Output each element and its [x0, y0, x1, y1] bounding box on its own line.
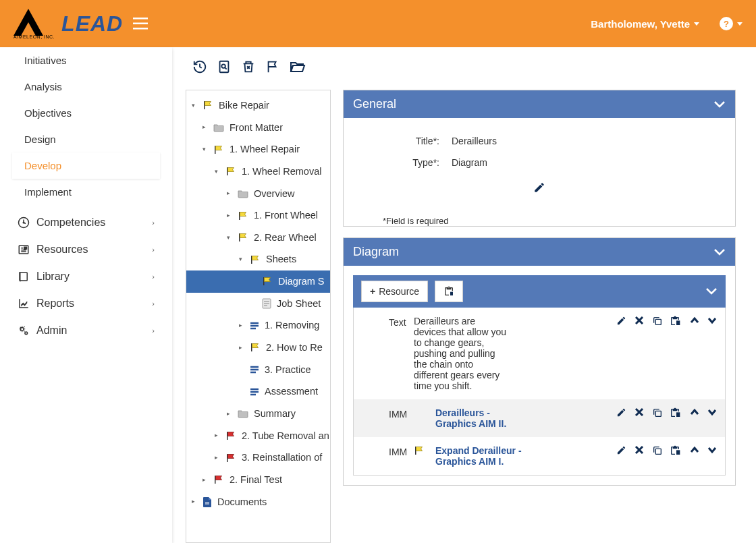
tree-node[interactable]: ▾Sheets [186, 248, 330, 270]
tree-toggle[interactable]: ▾ [227, 233, 234, 243]
tree-label: 1. Front Wheel [254, 207, 318, 224]
nav-section-admin[interactable]: Admin› [12, 317, 160, 344]
resource-content: Derailleurs are devices that allow you t… [414, 316, 508, 391]
history-icon[interactable] [192, 59, 207, 76]
tree-toggle[interactable]: ▸ [239, 320, 246, 331]
move-up-icon[interactable] [690, 316, 699, 326]
nav-item-design[interactable]: Design [12, 126, 160, 152]
tree-label: 1. Wheel Removal [242, 163, 321, 180]
tree-toggle[interactable]: ▸ [227, 210, 234, 221]
tree-node[interactable]: ▸1. Front Wheel [186, 204, 330, 227]
tree-toggle[interactable]: ▾ [202, 144, 209, 154]
menu-toggle[interactable] [133, 18, 148, 30]
tree-toggle[interactable]: ▾ [215, 167, 221, 177]
flag-icon[interactable] [265, 59, 280, 76]
tree-label: Front Matter [230, 119, 283, 136]
resource-row: IMMExpand Derailleur - Graphics AIM I. [354, 437, 725, 475]
tree-node[interactable]: ▸Documents [186, 491, 330, 513]
chevron-down-icon[interactable] [713, 245, 726, 259]
tree-node[interactable]: ▸2. How to Re [186, 337, 330, 359]
chevron-right-icon: › [152, 246, 155, 254]
edit-icon[interactable] [616, 445, 626, 457]
required-note: *Field is required [344, 212, 735, 226]
move-up-icon[interactable] [690, 445, 699, 456]
user-menu[interactable]: Bartholomew, Yvette [591, 18, 699, 30]
nav-item-analysis[interactable]: Analysis [12, 74, 160, 100]
edit-button[interactable] [357, 173, 722, 200]
resource-content[interactable]: Derailleurs - Graphics AIM II. [435, 407, 530, 429]
tree-label: 2. Final Test [230, 471, 282, 488]
svg-rect-50 [655, 411, 661, 416]
folder-open-icon[interactable] [290, 59, 306, 76]
tree-node[interactable]: 3. Practice [186, 359, 330, 381]
edit-icon[interactable] [616, 407, 626, 420]
nav-section-resources[interactable]: Resources› [12, 236, 160, 263]
flag-red-icon [225, 453, 236, 463]
tree-node[interactable]: ▾1. Wheel Removal [186, 161, 330, 183]
move-down-icon[interactable] [707, 316, 717, 326]
move-up-icon[interactable] [690, 407, 699, 418]
nav-section-reports[interactable]: Reports› [12, 290, 160, 317]
paste-icon[interactable] [671, 316, 682, 328]
nav-section-library[interactable]: Library› [12, 263, 160, 290]
tree-toggle[interactable]: ▸ [215, 453, 221, 463]
delete-icon[interactable] [634, 445, 644, 457]
tree-node[interactable]: ▸1. Removing [186, 314, 330, 337]
chevron-right-icon: › [152, 299, 155, 308]
flag-yellow-icon [238, 210, 248, 221]
add-resource-button[interactable]: + Resource [361, 281, 428, 302]
tree-node[interactable]: ▾2. Rear Wheel [186, 227, 330, 249]
copy-icon[interactable] [652, 407, 663, 420]
delete-icon[interactable] [634, 407, 644, 419]
help-menu[interactable]: ? [720, 17, 742, 30]
panel-title: General [353, 97, 396, 111]
chevron-down-icon[interactable] [705, 286, 718, 297]
tree-node[interactable]: Diagram S [186, 270, 330, 293]
copy-icon[interactable] [652, 316, 663, 328]
tree-toggle[interactable]: ▸ [227, 188, 234, 198]
tree-node[interactable]: ▸Summary [186, 403, 330, 425]
tree-toggle[interactable]: ▸ [215, 430, 221, 440]
copy-icon[interactable] [652, 445, 663, 458]
nav-item-implement[interactable]: Implement [12, 179, 160, 205]
folder-icon [238, 189, 248, 198]
tree-node[interactable]: ▸Overview [186, 183, 330, 205]
tree-node[interactable]: ▸2. Tube Removal an [186, 425, 330, 447]
nav-item-objectives[interactable]: Objectives [12, 100, 160, 126]
edit-icon[interactable] [616, 316, 626, 328]
tree-toggle[interactable]: ▾ [192, 101, 198, 111]
nav-item-develop[interactable]: Develop [12, 152, 160, 179]
paste-button[interactable] [435, 281, 463, 302]
resource-type: Text [362, 316, 406, 391]
delete-icon[interactable] [634, 316, 644, 327]
move-down-icon[interactable] [707, 445, 717, 456]
chart-icon [18, 297, 30, 310]
nav-item-initiatives[interactable]: Initiatives [12, 47, 160, 74]
tree-toggle[interactable]: ▸ [192, 496, 198, 507]
doc-icon [262, 298, 271, 309]
flag-yellow-icon [225, 166, 236, 177]
tree-node[interactable]: ▸Front Matter [186, 117, 330, 139]
resource-content[interactable]: Expand Derailleur - Graphics AIM I. [435, 445, 530, 467]
paste-icon[interactable] [671, 407, 682, 420]
move-down-icon[interactable] [707, 407, 717, 418]
paste-icon[interactable] [671, 445, 682, 458]
tree-node[interactable]: ▸2. Final Test [186, 469, 330, 491]
tree-node[interactable]: ▾1. Wheel Repair [186, 138, 330, 161]
tree-node[interactable]: Assessment [186, 380, 330, 403]
tree-node[interactable]: Job Sheet [186, 293, 330, 315]
tree-toggle[interactable]: ▸ [239, 343, 246, 353]
tree-toggle[interactable]: ▾ [239, 254, 246, 264]
svg-rect-2 [133, 28, 148, 30]
search-doc-icon[interactable] [217, 59, 232, 76]
tree-label: Overview [254, 185, 294, 202]
tree-toggle[interactable]: ▸ [227, 409, 234, 419]
chevron-down-icon [737, 22, 742, 26]
delete-icon[interactable] [241, 59, 256, 76]
chevron-down-icon[interactable] [713, 97, 726, 111]
tree-node[interactable]: ▸3. Reinstallation of [186, 447, 330, 469]
tree-toggle[interactable]: ▸ [202, 475, 209, 485]
tree-node[interactable]: ▾Bike Repair [186, 94, 330, 117]
tree-toggle[interactable]: ▸ [202, 122, 209, 132]
nav-section-competencies[interactable]: Competencies› [12, 209, 160, 236]
